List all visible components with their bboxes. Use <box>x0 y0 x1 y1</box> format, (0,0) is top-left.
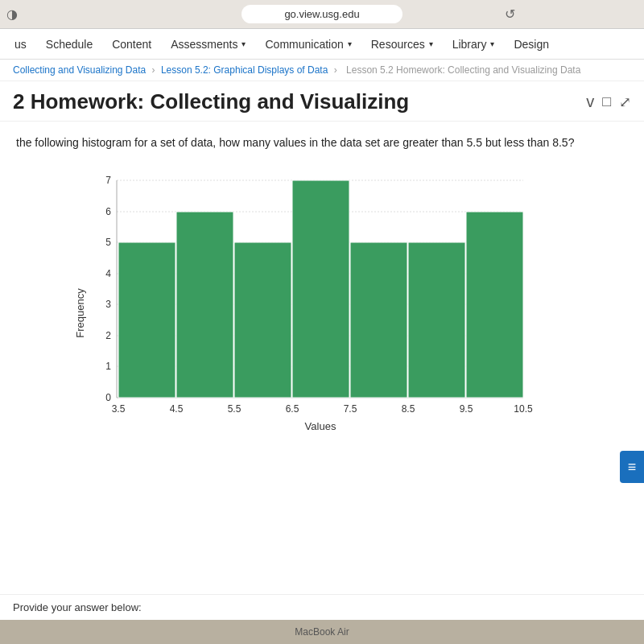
histogram-chart: Frequency 0 1 2 3 4 5 6 7 <box>72 164 539 462</box>
answer-area: Provide your answer below: <box>0 594 644 620</box>
bookmark-icon[interactable]: □ <box>602 93 611 110</box>
svg-text:3.5: 3.5 <box>112 403 126 415</box>
question-text: the following histogram for a set of dat… <box>16 134 628 151</box>
blue-side-button[interactable]: ≡ <box>620 451 644 483</box>
chevron-down-icon[interactable]: v <box>586 93 594 111</box>
bar-5 <box>350 242 407 398</box>
answer-label: Provide your answer below: <box>13 601 142 613</box>
browser-url[interactable]: go.view.usg.edu <box>242 5 402 23</box>
nav-item-assessments[interactable]: Assessments <box>163 33 254 56</box>
reload-icon[interactable]: ↺ <box>505 6 515 22</box>
bar-7 <box>466 212 523 398</box>
bar-4 <box>292 180 349 398</box>
svg-text:6: 6 <box>105 206 111 217</box>
svg-text:6.5: 6.5 <box>286 403 299 415</box>
browser-bar: ◑ go.view.usg.edu ↺ <box>0 0 644 29</box>
svg-text:Frequency: Frequency <box>74 288 86 338</box>
chart-container: Frequency 0 1 2 3 4 5 6 7 <box>72 164 572 465</box>
breadcrumb-current: Lesson 5.2 Homework: Collecting and Visu… <box>346 64 580 76</box>
nav-item-library[interactable]: Library <box>444 33 503 56</box>
svg-text:4: 4 <box>105 268 111 279</box>
bar-6 <box>408 242 465 398</box>
svg-text:7: 7 <box>105 175 111 186</box>
nav-item-resources[interactable]: Resources <box>363 33 441 56</box>
svg-text:1: 1 <box>105 361 111 372</box>
mac-label: MacBook Air <box>295 626 349 638</box>
bar-2 <box>176 212 233 398</box>
bar-1 <box>118 242 175 398</box>
svg-text:8.5: 8.5 <box>402 403 415 415</box>
nav-item-us[interactable]: us <box>6 33 35 56</box>
nav-item-design[interactable]: Design <box>506 33 557 56</box>
breadcrumb-separator-2: › <box>334 64 340 76</box>
bar-3 <box>234 242 291 398</box>
breadcrumb-separator-1: › <box>152 64 158 76</box>
breadcrumb-link-1[interactable]: Collecting and Visualizing Data <box>13 64 146 76</box>
nav-item-schedule[interactable]: Schedule <box>38 33 101 56</box>
content-area: the following histogram for a set of dat… <box>0 122 644 613</box>
breadcrumb: Collecting and Visualizing Data › Lesson… <box>0 60 644 81</box>
browser-icon: ◑ <box>6 6 18 22</box>
mac-bar: MacBook Air <box>0 620 644 644</box>
svg-text:5: 5 <box>105 237 111 248</box>
page-title-bar: 2 Homework: Collecting and Visualizing v… <box>0 81 644 122</box>
nav-bar: us Schedule Content Assessments Communic… <box>0 29 644 60</box>
nav-item-communication[interactable]: Communication <box>257 33 359 56</box>
nav-item-content[interactable]: Content <box>104 33 159 56</box>
svg-text:10.5: 10.5 <box>514 403 533 415</box>
svg-text:4.5: 4.5 <box>170 403 184 415</box>
svg-text:7.5: 7.5 <box>344 403 357 415</box>
title-icons: v □ ⤢ <box>586 93 631 111</box>
svg-text:5.5: 5.5 <box>228 403 242 415</box>
svg-text:2: 2 <box>105 330 111 341</box>
svg-text:Values: Values <box>305 420 336 432</box>
svg-text:3: 3 <box>105 299 111 310</box>
svg-text:0: 0 <box>105 392 111 403</box>
fullscreen-icon[interactable]: ⤢ <box>619 93 631 111</box>
page-title: 2 Homework: Collecting and Visualizing <box>13 89 409 114</box>
svg-text:9.5: 9.5 <box>460 403 473 415</box>
breadcrumb-link-2[interactable]: Lesson 5.2: Graphical Displays of Data <box>161 64 328 76</box>
